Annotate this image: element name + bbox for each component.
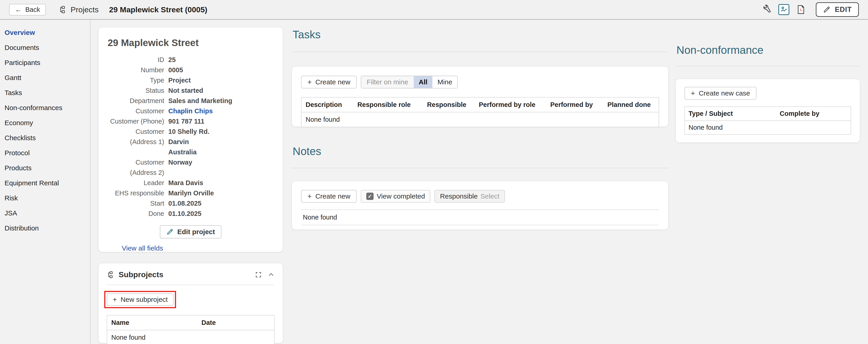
create-task-button[interactable]: + Create new <box>301 76 357 89</box>
new-subproject-label: New subproject <box>121 296 168 304</box>
collapse-chevron-icon[interactable] <box>268 271 275 278</box>
field-label: Customer (Phone) <box>107 116 164 127</box>
tasks-card: + Create new Filter on mine All Mine Des… <box>292 67 668 127</box>
subprojects-table-header: NameDate <box>107 315 274 330</box>
project-field-row: Start 01.08.2025 <box>107 198 274 209</box>
responsible-select-button[interactable]: Responsible Select <box>434 190 505 203</box>
project-field-row: ID 25 <box>107 55 274 65</box>
tasks-table-header: DescriptionResponsible roleResponsiblePe… <box>302 98 659 113</box>
sidebar-item[interactable]: Tasks <box>0 85 90 100</box>
field-label: Number <box>107 65 164 75</box>
pencil-icon <box>823 6 831 13</box>
sidebar-item[interactable]: Participants <box>0 55 90 70</box>
field-label: Customer (Address 1) <box>107 127 164 157</box>
notes-toolbar: + Create new ✓ View completed Responsibl… <box>301 190 659 203</box>
nonconformance-table: Type / SubjectComplete by None found <box>684 106 851 135</box>
wrench-icon[interactable] <box>762 5 772 14</box>
tasks-empty-row: None found <box>302 113 659 127</box>
new-subproject-button[interactable]: + New subproject <box>107 293 174 306</box>
create-note-button[interactable]: + Create new <box>301 190 357 203</box>
fullscreen-icon[interactable] <box>255 271 262 278</box>
field-value: Project <box>168 75 274 86</box>
field-label: Start <box>107 198 164 209</box>
notes-empty-row: None found <box>301 210 659 225</box>
subprojects-divider <box>107 284 275 285</box>
plus-icon: + <box>307 193 312 200</box>
sidebar-item[interactable]: Gantt <box>0 70 90 85</box>
field-label: ID <box>107 55 164 65</box>
page-title: 29 Maplewick Street (0005) <box>109 5 207 14</box>
project-field-row: Type Project <box>107 75 274 86</box>
plus-icon: + <box>113 296 117 303</box>
edit-project-row: Edit project <box>107 225 274 239</box>
sidebar-item[interactable]: Non-conformances <box>0 100 90 115</box>
view-all-fields-link[interactable]: View all fields <box>122 244 163 252</box>
project-field-row: Leader Mara Davis <box>107 178 274 188</box>
project-fields: ID 25 Number 0005 Type Project Status No… <box>107 55 274 219</box>
field-value: Mara Davis <box>168 178 274 188</box>
field-label: Type <box>107 75 164 86</box>
sidebar-item[interactable]: Equipment Rental <box>0 176 90 191</box>
project-field-row: Department Sales and Marketing <box>107 96 274 106</box>
projects-breadcrumb[interactable]: Projects <box>59 5 98 14</box>
nonconformance-heading: Non-conformance <box>676 44 764 56</box>
field-label: EHS responsible <box>107 188 164 198</box>
create-case-button[interactable]: + Create new case <box>684 87 756 100</box>
field-label: Department <box>107 96 164 106</box>
project-field-row: EHS responsible Marilyn Orville <box>107 188 274 198</box>
field-value: 01.08.2025 <box>168 198 274 209</box>
create-note-label: Create new <box>315 192 350 200</box>
activity-report-icon[interactable] <box>778 4 789 15</box>
plus-icon: + <box>307 79 312 86</box>
project-field-row: Customer (Address 1) 10 Shelly Rd. Darvi… <box>107 127 274 157</box>
projects-icon <box>59 5 67 14</box>
tasks-table: DescriptionResponsible roleResponsiblePe… <box>301 97 659 127</box>
select-label: Select <box>480 192 499 200</box>
field-value: Chaplin Chips <box>168 106 274 116</box>
top-bar: ← Back Projects 29 Maplewick Street (000… <box>0 0 868 20</box>
tasks-heading: Tasks <box>292 28 321 41</box>
notes-card: + Create new ✓ View completed Responsibl… <box>292 181 668 229</box>
pdf-export-icon[interactable] <box>796 5 806 14</box>
sidebar-item[interactable]: Distribution <box>0 221 90 236</box>
field-label: Status <box>107 86 164 96</box>
field-value: Sales and Marketing <box>168 96 274 106</box>
project-card-title: 29 Maplewick Street <box>107 37 274 48</box>
tasks-filter-group: Filter on mine All Mine <box>361 76 458 89</box>
sidebar-item[interactable]: Checklists <box>0 130 90 146</box>
nonconformance-empty-row: None found <box>685 121 851 134</box>
field-label: Customer <box>107 106 164 116</box>
sidebar-item[interactable]: Overview <box>0 25 90 40</box>
column-header: Performed by <box>546 98 603 112</box>
plus-icon: + <box>691 90 695 97</box>
field-label: Done <box>107 209 164 219</box>
field-value: Marilyn Orville <box>168 188 274 198</box>
sidebar-item[interactable]: Documents <box>0 40 90 55</box>
view-completed-label: View completed <box>377 192 425 200</box>
sidebar-item[interactable]: Risk <box>0 191 90 206</box>
project-details-card: 29 Maplewick Street ID 25 Number 0005 Ty… <box>98 27 283 252</box>
filter-mine-button[interactable]: Mine <box>432 76 457 88</box>
column-header: Responsible <box>423 98 474 112</box>
app-label: Projects <box>70 5 98 14</box>
topbar-actions: EDIT <box>762 2 859 17</box>
project-field-row: Customer (Address 2) Norway <box>107 157 274 178</box>
sidebar-item[interactable]: JSA <box>0 206 90 221</box>
field-value: 10 Shelly Rd. Darvin Australia <box>168 127 274 157</box>
edit-button[interactable]: EDIT <box>816 2 859 17</box>
sidebar-item[interactable]: Protocol <box>0 146 90 160</box>
field-value: 01.10.2025 <box>168 209 274 219</box>
sidebar-item[interactable]: Products <box>0 160 90 176</box>
field-value: 25 <box>168 55 274 65</box>
sidebar-item[interactable]: Economy <box>0 115 90 130</box>
edit-project-button[interactable]: Edit project <box>160 225 221 239</box>
column-header: Complete by <box>776 107 851 120</box>
view-completed-toggle[interactable]: ✓ View completed <box>361 190 430 203</box>
column-header: Description <box>302 98 353 112</box>
back-button[interactable]: ← Back <box>9 4 46 15</box>
subprojects-icon <box>107 271 115 279</box>
subprojects-title: Subprojects <box>119 270 163 279</box>
back-arrow-icon: ← <box>15 6 22 13</box>
filter-all-button[interactable]: All <box>414 76 432 88</box>
back-button-label: Back <box>25 6 40 13</box>
